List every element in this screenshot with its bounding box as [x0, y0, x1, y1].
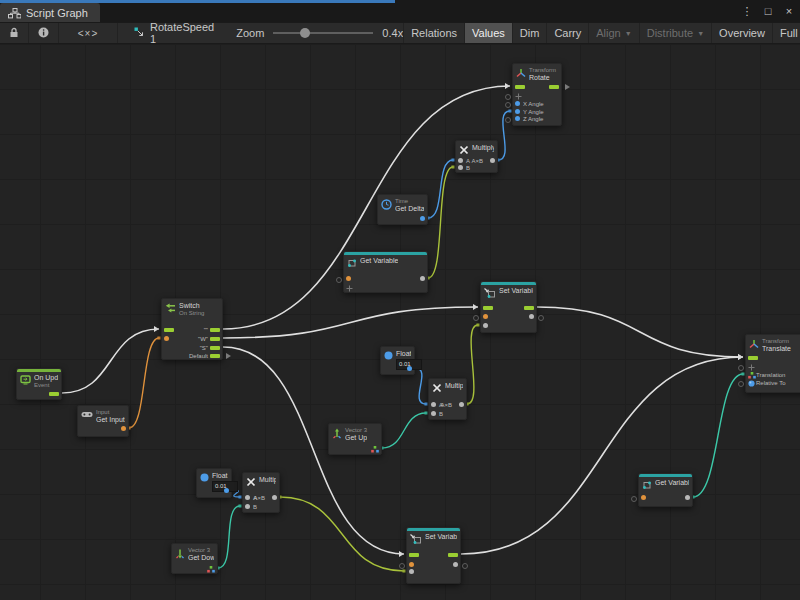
- toolbar-button-overview[interactable]: Overview: [711, 23, 772, 43]
- node-translate[interactable]: TransformTranslateTranslationRelative To: [745, 334, 800, 393]
- toolbar-button-relations[interactable]: Relations: [403, 23, 464, 43]
- code-preview-button[interactable]: <×>: [59, 23, 118, 43]
- node-get-input-string[interactable]: InputGet Input Strin: [77, 405, 129, 437]
- lock-button[interactable]: [0, 23, 29, 43]
- value-port[interactable]: [748, 372, 756, 379]
- value-port[interactable]: [748, 364, 756, 371]
- exec-port[interactable]: [483, 306, 493, 310]
- node-multiply-mid[interactable]: MultiplyABA×B: [428, 378, 467, 420]
- value-port[interactable]: [515, 116, 520, 121]
- value-port[interactable]: [515, 93, 523, 100]
- exec-arrow-icon: [226, 353, 231, 359]
- value-port[interactable]: [515, 101, 520, 106]
- exec-port[interactable]: [748, 356, 758, 360]
- exec-port[interactable]: [164, 328, 174, 332]
- value-port[interactable]: [453, 562, 458, 567]
- value-port[interactable]: [515, 109, 520, 114]
- value-port[interactable]: [409, 562, 414, 567]
- toolbar-button-full-scre[interactable]: Full Scre: [772, 23, 800, 43]
- toolbar-button-label: Values: [472, 27, 505, 39]
- value-port[interactable]: [483, 314, 488, 319]
- vector3-down-icon: [175, 548, 185, 559]
- close-icon[interactable]: ×: [782, 3, 796, 19]
- value-port[interactable]: [346, 276, 351, 281]
- node-multiply-top[interactable]: MultiplyABA×B: [455, 140, 498, 173]
- toolbar-button-dim[interactable]: Dim: [512, 23, 547, 43]
- value-port[interactable]: [685, 495, 690, 500]
- exec-port[interactable]: [515, 85, 525, 89]
- node-switch-on-string[interactable]: SwitchOn String"""W""S"Default: [161, 298, 223, 360]
- value-port[interactable]: [245, 504, 250, 509]
- port-label: A×B: [440, 401, 452, 409]
- zoom-slider-thumb[interactable]: [300, 28, 310, 38]
- float-icon: [384, 351, 393, 360]
- value-port[interactable]: [371, 446, 379, 453]
- exec-port[interactable]: [409, 553, 419, 557]
- value-port[interactable]: [407, 366, 412, 371]
- value-port[interactable]: [431, 402, 436, 407]
- transform-icon: [749, 339, 759, 349]
- value-port[interactable]: [431, 411, 436, 416]
- multiply-icon: [246, 477, 256, 487]
- toolbar-button-carry[interactable]: Carry: [546, 23, 588, 43]
- graph-breadcrumb[interactable]: RotateSpeed 1: [134, 23, 214, 43]
- value-port[interactable]: [224, 488, 229, 493]
- node-on-update[interactable]: On UpdateEvent: [16, 368, 62, 400]
- tab-bar: Script Graph ⋮ □ ×: [0, 0, 800, 22]
- exec-port[interactable]: [210, 337, 220, 341]
- node-get-up[interactable]: Vector 3Get Up: [328, 423, 382, 455]
- node-get-down[interactable]: Vector 3Get Down: [171, 543, 218, 574]
- node-rotate[interactable]: TransformRotateX AngleY AngleZ Angle: [512, 63, 562, 126]
- exec-port[interactable]: [210, 346, 220, 350]
- maximize-icon[interactable]: □: [761, 3, 775, 19]
- value-port[interactable]: [272, 495, 277, 500]
- exec-port[interactable]: [524, 306, 534, 310]
- exec-port[interactable]: [49, 392, 59, 396]
- exec-port[interactable]: [210, 328, 220, 332]
- value-port[interactable]: [164, 336, 169, 341]
- menu-icon[interactable]: ⋮: [740, 3, 754, 19]
- value-port[interactable]: [748, 380, 756, 387]
- value-port[interactable]: [346, 285, 354, 292]
- value-port[interactable]: [483, 323, 488, 328]
- value-port[interactable]: [420, 276, 425, 281]
- toolbar-button-label: Relations: [411, 27, 457, 39]
- value-port[interactable]: [409, 569, 414, 574]
- exec-port[interactable]: [448, 553, 458, 557]
- node-subtitle: Input: [96, 409, 125, 416]
- node-get-delta-time[interactable]: TimeGet Delta Time: [377, 194, 428, 225]
- unconnected-port-ring: [462, 563, 468, 569]
- toolbar-button-values[interactable]: Values: [464, 23, 512, 43]
- exec-port[interactable]: [210, 354, 220, 358]
- node-title: On Update: [34, 374, 58, 382]
- unconnected-port-ring: [399, 563, 405, 569]
- unconnected-port-ring: [738, 365, 744, 371]
- variable-set-icon: [410, 534, 422, 544]
- node-set-variable-mid[interactable]: Set Variable: [480, 281, 537, 333]
- node-stripe: [407, 528, 460, 531]
- value-port[interactable]: [245, 495, 250, 500]
- node-float-bottom[interactable]: Float0.01: [196, 468, 232, 498]
- node-get-variable-top[interactable]: Get Variable: [343, 251, 428, 293]
- value-port[interactable]: [641, 495, 646, 500]
- zoom-slider[interactable]: [273, 32, 373, 34]
- exec-port[interactable]: [549, 85, 559, 89]
- node-set-variable-bottom[interactable]: Set Variable: [406, 527, 461, 584]
- node-multiply-bottom[interactable]: MultiplyABA×B: [242, 472, 280, 513]
- zoom-label: Zoom: [236, 27, 264, 39]
- node-float-mid[interactable]: Float0.01: [380, 346, 415, 375]
- info-button[interactable]: [29, 23, 59, 43]
- value-port[interactable]: [490, 158, 495, 163]
- value-port[interactable]: [420, 216, 425, 221]
- graph-canvas[interactable]: On UpdateEventInputGet Input StrinSwitch…: [0, 0, 800, 600]
- value-port[interactable]: [121, 426, 126, 431]
- toolbar-button-label: Dim: [520, 27, 540, 39]
- tab-script-graph[interactable]: Script Graph: [0, 3, 100, 22]
- value-port[interactable]: [458, 165, 463, 170]
- value-port[interactable]: [459, 402, 464, 407]
- value-port[interactable]: [458, 158, 463, 163]
- value-port[interactable]: [207, 566, 215, 573]
- node-get-variable-right[interactable]: Get Variable: [638, 473, 693, 507]
- value-port[interactable]: [529, 314, 534, 319]
- node-title: Get Variable: [360, 257, 398, 265]
